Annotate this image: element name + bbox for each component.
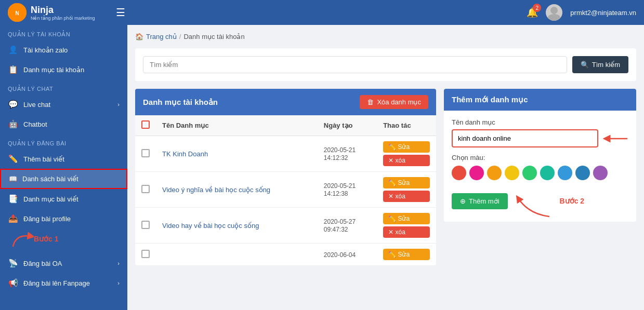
color-swatch[interactable]: [487, 166, 502, 180]
sidebar-zalo-label: Tài khoản zalo: [23, 46, 68, 54]
col-checkbox: [135, 115, 156, 136]
sidebar-item-zalo[interactable]: 👤 Tài khoản zalo: [0, 40, 127, 60]
step2-label: Bước 2: [560, 197, 585, 205]
name-input[interactable]: [452, 129, 598, 147]
color-swatch[interactable]: [505, 166, 519, 180]
edit-button[interactable]: ✏️ Sửa: [383, 213, 430, 224]
color-swatch[interactable]: [469, 166, 484, 180]
table-title: Danh mục tài khoản: [143, 98, 218, 107]
row-name-link[interactable]: Video ý nghĩa về bài học cuộc sống: [162, 186, 270, 194]
table-header: Danh mục tài khoản 🗑 Xóa danh mục: [135, 89, 436, 115]
content-area: 🏠 Trang chủ / Danh mục tài khoản 🔍 Tìm k…: [127, 25, 644, 310]
sidebar-item-livechat[interactable]: 💬 Live chat ›: [0, 95, 127, 114]
sidebar-section-account: QUẢN LÝ TÀI KHOẢN: [0, 25, 127, 40]
sidebar-item-dang-oa[interactable]: 📡 Đăng bài OA ›: [0, 253, 127, 273]
logo-subtitle: Nền tảng phân phối marketing: [31, 16, 95, 21]
sidebar-item-ds-bai[interactable]: 📖 Danh sách bài viết: [0, 169, 127, 189]
dang-oa-chevron: ›: [117, 260, 120, 266]
action-btns: ✏️ Sửa: [383, 249, 430, 260]
danhmuc-icon: 📋: [8, 65, 18, 74]
header: N Ninja Nền tảng phân phối marketing ☰ 🔔…: [0, 0, 644, 25]
header-checkbox[interactable]: [141, 120, 150, 129]
row-checkbox[interactable]: [141, 185, 150, 193]
action-btns: ✏️ Sửa✕ xóa: [383, 177, 430, 202]
hamburger-button[interactable]: ☰: [116, 6, 125, 19]
svg-text:N: N: [15, 10, 19, 16]
sidebar: QUẢN LÝ TÀI KHOẢN 👤 Tài khoản zalo 📋 Dan…: [0, 25, 127, 310]
breadcrumb-current: Danh mục tài khoản: [183, 33, 244, 41]
notification-button[interactable]: 🔔 2: [527, 7, 538, 18]
table-card: Danh mục tài khoản 🗑 Xóa danh mục: [135, 89, 436, 265]
sidebar-danhmuc-label: Danh mục tài khoản: [23, 66, 84, 74]
logo-title: Ninja: [31, 5, 54, 15]
color-swatch[interactable]: [540, 166, 555, 180]
left-panel: Danh mục tài khoản 🗑 Xóa danh mục: [135, 89, 436, 265]
row-date: 2020-05-21 14:12:32: [324, 146, 356, 161]
edit-button[interactable]: ✏️ Sửa: [383, 177, 430, 188]
row-checkbox[interactable]: [141, 250, 150, 258]
sidebar-livechat-label: Live chat: [23, 101, 50, 109]
plus-icon: ⊕: [460, 197, 466, 205]
color-swatch[interactable]: [522, 166, 537, 180]
svg-point-2: [550, 7, 558, 14]
panels: Danh mục tài khoản 🗑 Xóa danh mục: [135, 89, 636, 265]
search-input[interactable]: [143, 56, 567, 73]
row-date: 2020-05-27 09:47:32: [324, 218, 356, 233]
sidebar-item-them-bai[interactable]: ✏️ Thêm bài viết: [0, 149, 127, 169]
table-row: Video ý nghĩa về bài học cuộc sống2020-0…: [135, 172, 436, 208]
input-row: [452, 129, 628, 147]
color-swatch[interactable]: [575, 166, 590, 180]
color-swatch[interactable]: [593, 166, 608, 180]
dang-oa-icon: 📡: [8, 259, 18, 268]
dang-profile-icon: 📤: [8, 214, 18, 223]
breadcrumb: 🏠 Trang chủ / Danh mục tài khoản: [135, 33, 636, 41]
delete-row-button[interactable]: ✕ xóa: [383, 155, 430, 166]
main-layout: QUẢN LÝ TÀI KHOẢN 👤 Tài khoản zalo 📋 Dan…: [0, 25, 644, 310]
sidebar-dang-fanpage-label: Đăng bài lên Fanpage: [23, 279, 90, 287]
row-checkbox[interactable]: [141, 221, 150, 229]
livechat-icon: 💬: [8, 100, 18, 109]
row-checkbox[interactable]: [141, 149, 150, 157]
sidebar-dang-profile-label: Đăng bài profile: [23, 215, 71, 223]
action-btns: ✏️ Sửa✕ xóa: [383, 213, 430, 238]
logo-icon: N: [8, 3, 27, 22]
sidebar-item-danhmuc-taikhoan[interactable]: 📋 Danh mục tài khoản: [0, 60, 127, 79]
add-form-header: Thêm mới danh mục: [444, 89, 636, 111]
row-name-link[interactable]: TK Kinh Doanh: [162, 150, 208, 158]
color-swatch[interactable]: [558, 166, 572, 180]
trash-icon: 🗑: [367, 98, 374, 106]
sidebar-item-dang-fanpage[interactable]: 📢 Đăng bài lên Fanpage ›: [0, 273, 127, 293]
delete-row-button[interactable]: ✕ xóa: [383, 191, 430, 202]
table-row: Video hay về bài học cuộc sống2020-05-27…: [135, 208, 436, 244]
sidebar-dang-oa-label: Đăng bài OA: [23, 260, 62, 267]
livechat-chevron: ›: [117, 101, 120, 107]
user-email: prmkt2@ninjateam.vn: [570, 9, 636, 17]
add-btn-row: ⊕ Thêm mới Bước 2: [452, 188, 628, 214]
sidebar-item-dang-profile[interactable]: 📤 Đăng bài profile: [0, 209, 127, 228]
table-row: 2020-06-04✏️ Sửa: [135, 244, 436, 266]
delete-row-button[interactable]: ✕ xóa: [383, 226, 430, 238]
edit-button[interactable]: ✏️ Sửa: [383, 249, 430, 260]
notification-badge: 2: [533, 4, 541, 12]
sidebar-item-danhmuc-bai[interactable]: 📑 Danh mục bài viết: [0, 189, 127, 209]
color-row: [452, 166, 628, 180]
input-arrow-icon: [602, 132, 628, 145]
step1-arrow-icon: [8, 228, 34, 249]
sidebar-item-chatbot[interactable]: 🤖 Chatbot: [0, 114, 127, 134]
delete-all-button[interactable]: 🗑 Xóa danh mục: [360, 95, 428, 109]
ds-bai-icon: 📖: [9, 175, 17, 183]
step1-annotation: Bước 1: [0, 228, 127, 253]
add-new-button[interactable]: ⊕ Thêm mới: [452, 193, 508, 209]
breadcrumb-sep: /: [179, 33, 181, 41]
sidebar-chatbot-label: Chatbot: [23, 120, 47, 128]
color-swatch[interactable]: [452, 166, 466, 180]
sidebar-section-post: QUẢN LÝ ĐĂNG BÀI: [0, 134, 127, 149]
them-bai-icon: ✏️: [8, 154, 18, 164]
row-name-link[interactable]: Video hay về bài học cuộc sống: [162, 222, 259, 230]
edit-button[interactable]: ✏️ Sửa: [383, 141, 430, 153]
search-bar: 🔍 Tìm kiếm: [135, 48, 636, 81]
search-button[interactable]: 🔍 Tìm kiếm: [572, 56, 628, 73]
sidebar-highlighted-wrapper: 📖 Danh sách bài viết: [0, 169, 127, 189]
breadcrumb-home[interactable]: Trang chủ: [146, 33, 177, 41]
name-label: Tên danh mục: [452, 118, 628, 126]
